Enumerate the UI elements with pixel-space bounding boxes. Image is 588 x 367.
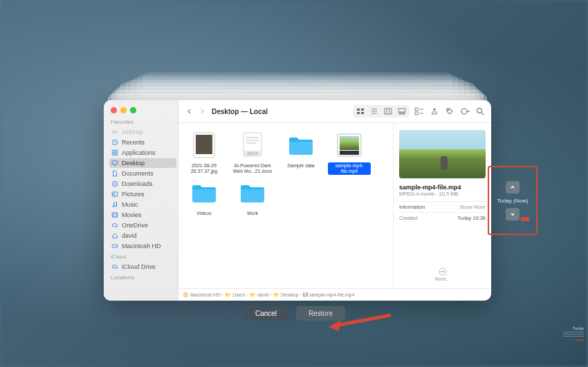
svg-point-27 (477, 109, 482, 113)
file-label: Work (246, 210, 259, 217)
file-label: sample-mp4-file.mp4 (328, 162, 371, 175)
file-thumbnail-image (188, 130, 220, 160)
preview-thumbnail (399, 130, 486, 178)
preview-subtitle: MPEG-4 movie - 10,5 MB (399, 191, 486, 197)
path-segment[interactable]: 📁 Users (225, 292, 245, 298)
disk-icon (111, 243, 118, 250)
pictures-icon (111, 191, 118, 198)
sidebar-item-downloads[interactable]: Downloads (109, 179, 176, 189)
file-item[interactable]: Videos (183, 178, 226, 217)
toolbar: Desktop — Local (178, 100, 491, 123)
back-button[interactable] (184, 106, 195, 117)
sidebar-item-label: Macintosh HD (122, 243, 161, 250)
cloud-icon (111, 222, 118, 229)
search-button[interactable] (475, 106, 486, 117)
svg-rect-6 (112, 161, 118, 164)
path-segment[interactable]: 📀 Macintosh HD (183, 292, 221, 298)
sidebar-item-music[interactable]: Music (109, 200, 176, 209)
folder-icon (285, 130, 317, 160)
file-item[interactable]: Work (231, 178, 274, 217)
sidebar-item-airdrop[interactable]: AirDrop (109, 127, 176, 137)
documents-icon (111, 170, 118, 177)
file-item[interactable]: 2021-08-29 20.37.37.jpg (183, 130, 226, 175)
view-list-button[interactable] (368, 106, 380, 116)
path-segment[interactable]: 📁 Desktop (273, 292, 299, 298)
home-icon (111, 232, 118, 239)
sidebar-item-home[interactable]: david (109, 231, 176, 241)
group-button[interactable] (414, 106, 425, 117)
downloads-icon (111, 180, 118, 187)
close-button[interactable] (111, 107, 117, 113)
svg-rect-18 (385, 109, 392, 114)
sidebar-item-icloud-drive[interactable]: iCloud Drive (109, 262, 176, 272)
path-segment[interactable]: 🎞 sample-mp4-file.mp4 (303, 292, 354, 297)
svg-text:DOCX: DOCX (248, 151, 258, 156)
svg-rect-5 (116, 153, 118, 156)
sidebar-item-label: Downloads (122, 180, 153, 187)
svg-rect-16 (357, 112, 360, 114)
share-button[interactable] (429, 106, 440, 117)
sidebar-item-pictures[interactable]: Pictures (109, 189, 176, 199)
svg-rect-22 (403, 113, 405, 114)
view-column-button[interactable] (382, 106, 394, 116)
svg-rect-12 (112, 213, 118, 217)
svg-point-42 (443, 271, 444, 272)
svg-rect-29 (196, 135, 212, 154)
file-item[interactable]: Sample data (279, 130, 322, 175)
svg-rect-20 (399, 113, 401, 114)
svg-rect-3 (116, 150, 118, 152)
svg-point-25 (448, 109, 449, 111)
sidebar-item-documents[interactable]: Documents (109, 169, 176, 178)
view-icon-button[interactable] (354, 106, 367, 116)
sidebar-item-movies[interactable]: Movies (109, 210, 176, 220)
preview-pane: sample-mp4-file.mp4 MPEG-4 movie - 10,5 … (393, 123, 491, 288)
svg-rect-33 (246, 137, 259, 138)
sidebar-item-label: Desktop (122, 160, 145, 167)
svg-rect-14 (357, 109, 360, 111)
sidebar-item-label: Recents (122, 139, 145, 146)
sidebar-item-onedrive[interactable]: OneDrive (109, 220, 176, 230)
zoom-button[interactable] (130, 107, 136, 113)
svg-point-0 (114, 131, 116, 133)
svg-point-26 (461, 109, 467, 114)
clock-icon (111, 139, 118, 146)
sidebar-item-label: Applications (122, 149, 156, 156)
tag-button[interactable] (444, 106, 455, 117)
svg-point-41 (442, 271, 443, 272)
file-item-selected[interactable]: sample-mp4-file.mp4 (328, 130, 371, 175)
svg-rect-13 (112, 245, 118, 247)
sidebar-item-label: david (122, 232, 137, 239)
file-item[interactable]: DOCX AI-Powered Dark Web Mo...21.docx (231, 130, 274, 175)
main-area: Desktop — Local 2021-08-29 20.37.37.jpg (178, 100, 491, 301)
sidebar-item-recents[interactable]: Recents (109, 138, 176, 147)
timemachine-timeline[interactable]: Today Now (559, 326, 584, 342)
sidebar-item-label: Music (122, 201, 138, 208)
show-more-link[interactable]: Show More (459, 204, 486, 210)
movies-icon (111, 211, 118, 218)
sidebar-item-applications[interactable]: Applications (109, 148, 176, 158)
file-label: Videos (195, 210, 212, 217)
sidebar-item-macintosh-hd[interactable]: Macintosh HD (109, 241, 176, 251)
more-actions[interactable]: More... (399, 265, 486, 281)
svg-rect-24 (415, 112, 418, 115)
annotation-marker (521, 217, 529, 221)
cancel-button[interactable]: Cancel (243, 306, 289, 321)
traffic-lights (111, 107, 178, 113)
sidebar-item-desktop[interactable]: Desktop (109, 158, 176, 168)
timemachine-prev-button[interactable] (506, 181, 520, 194)
svg-rect-35 (246, 142, 256, 144)
timemachine-next-button[interactable] (506, 208, 520, 220)
path-segment[interactable]: 📁 david (250, 292, 269, 298)
svg-rect-15 (361, 109, 364, 111)
svg-rect-37 (340, 136, 359, 150)
minimize-button[interactable] (120, 107, 127, 113)
icloud-header: iCloud (111, 254, 178, 260)
svg-rect-4 (112, 153, 114, 156)
svg-point-10 (113, 206, 114, 207)
view-gallery-button[interactable] (396, 106, 408, 116)
action-button[interactable] (459, 106, 470, 117)
folder-icon (237, 178, 268, 208)
forward-button[interactable] (196, 106, 208, 117)
sidebar-item-label: AirDrop (122, 129, 143, 135)
desktop-icon (111, 160, 118, 167)
